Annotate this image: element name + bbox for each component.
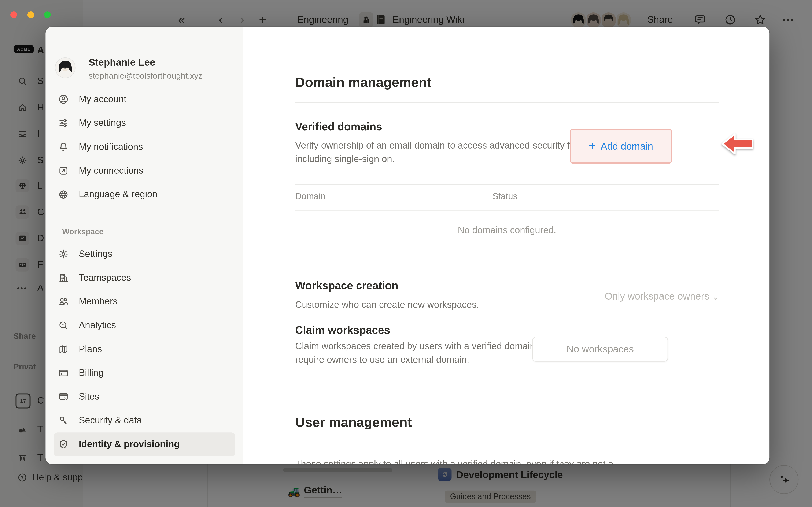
settings-menu-item[interactable]: My settings	[54, 111, 235, 135]
workspace-section-label: Workspace	[62, 227, 103, 236]
divider	[295, 103, 719, 103]
settings-menu-item[interactable]: Settings	[54, 242, 235, 266]
settings-menu-item[interactable]: Teamspaces	[54, 266, 235, 290]
card-icon	[58, 368, 69, 378]
table-border	[295, 210, 719, 210]
settings-sidebar: Stephanie Lee stephanie@toolsforthought.…	[46, 27, 244, 464]
no-workspaces-button[interactable]: No workspaces	[532, 337, 668, 362]
notion-window: ACME A S H I	[0, 0, 812, 507]
settings-menu-item[interactable]: Contact support	[54, 456, 235, 464]
members-icon	[58, 296, 69, 307]
bell-icon	[58, 142, 69, 152]
clipped-paragraph: These settings apply to all users with a…	[295, 457, 725, 464]
shield-icon	[58, 439, 69, 450]
annotation-arrow-icon	[721, 132, 754, 155]
user-management-heading: User management	[295, 414, 719, 431]
user-email: stephanie@toolsforthought.xyz	[89, 71, 203, 81]
empty-state-text: No domains configured.	[295, 225, 719, 236]
circle-icon	[58, 463, 69, 464]
claim-workspaces-heading: Claim workspaces	[295, 324, 719, 336]
map-icon	[58, 344, 69, 354]
gear-icon	[58, 249, 69, 260]
zoom-window-button[interactable]	[44, 11, 51, 18]
settings-menu-item[interactable]: Plans	[54, 337, 235, 361]
settings-menu-item[interactable]: Identity & provisioning	[54, 433, 235, 456]
sliders-icon	[58, 118, 69, 128]
key-icon	[58, 415, 69, 426]
workspace-menu: Settings Teamspaces Members Anal	[54, 242, 235, 464]
claim-workspaces-description: Claim workspaces created by users with a…	[295, 339, 549, 366]
settings-menu-item[interactable]: My connections	[54, 159, 235, 183]
browser-icon	[58, 391, 69, 402]
workspace-creation-dropdown[interactable]: Only workspace owners⌄	[605, 291, 719, 302]
settings-menu-item[interactable]: Billing	[54, 361, 235, 385]
minimize-window-button[interactable]	[28, 11, 34, 18]
divider	[295, 444, 719, 444]
user-name: Stephanie Lee	[89, 57, 155, 68]
domains-table-header: Domain Status	[295, 191, 719, 202]
settings-content: Domain management Verified domains Verif…	[243, 27, 769, 464]
plus-icon: +	[589, 139, 596, 152]
screenshot-viewport: ACME A S H I	[0, 0, 812, 507]
account-header: Stephanie Lee stephanie@toolsforthought.…	[55, 58, 237, 87]
settings-menu-item[interactable]: Language & region	[54, 182, 235, 207]
column-domain: Domain	[295, 191, 325, 201]
column-status: Status	[493, 191, 517, 202]
settings-menu-item[interactable]: My notifications	[54, 135, 235, 159]
settings-menu-item[interactable]: Analytics	[54, 314, 235, 337]
settings-menu-item[interactable]: Members	[54, 290, 235, 314]
account-menu: My account My settings My notifications	[54, 88, 235, 207]
chevron-down-icon: ⌄	[712, 292, 719, 301]
arrow-box-icon	[58, 165, 69, 176]
workspace-creation-description: Customize who can create new workspaces.	[295, 298, 621, 312]
settings-modal: Stephanie Lee stephanie@toolsforthought.…	[46, 27, 770, 464]
settings-menu-item[interactable]: My account	[54, 88, 235, 111]
page-title: Domain management	[295, 74, 719, 91]
globe-icon	[58, 189, 69, 200]
workspace-creation-heading: Workspace creation	[295, 279, 719, 292]
close-window-button[interactable]	[10, 11, 17, 18]
add-domain-button[interactable]: + Add domain	[570, 129, 672, 164]
settings-menu-item[interactable]: Security & data	[54, 409, 235, 433]
account-icon	[58, 94, 69, 105]
settings-menu-item[interactable]: Sites	[54, 385, 235, 409]
analytics-icon	[58, 320, 69, 331]
user-avatar	[55, 58, 75, 77]
building-icon	[58, 272, 69, 283]
table-border	[295, 184, 719, 185]
